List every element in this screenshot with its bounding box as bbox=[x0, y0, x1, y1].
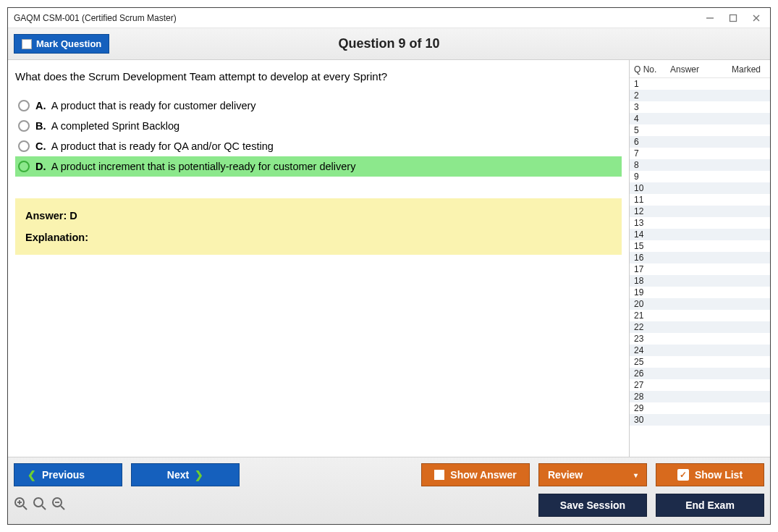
row-marked bbox=[727, 253, 766, 263]
previous-button[interactable]: ❮ Previous bbox=[14, 463, 122, 486]
row-marked bbox=[727, 206, 766, 216]
zoom-reset-icon[interactable] bbox=[33, 497, 47, 515]
question-list-row[interactable]: 12 bbox=[630, 206, 770, 217]
question-list-row[interactable]: 24 bbox=[630, 345, 770, 356]
row-marked bbox=[727, 114, 766, 124]
question-list[interactable]: 1234567891011121314151617181920212223242… bbox=[630, 78, 770, 457]
row-marked bbox=[727, 218, 766, 228]
row-qno: 20 bbox=[634, 299, 664, 309]
row-marked bbox=[727, 160, 766, 170]
row-marked bbox=[727, 79, 766, 89]
question-list-row[interactable]: 17 bbox=[630, 263, 770, 275]
row-marked bbox=[727, 241, 766, 251]
mark-question-button[interactable]: Mark Question bbox=[14, 34, 109, 54]
row-qno: 30 bbox=[634, 415, 664, 425]
zoom-controls bbox=[14, 497, 66, 515]
question-list-row[interactable]: 27 bbox=[630, 379, 770, 391]
row-marked bbox=[727, 380, 766, 390]
choice-row[interactable]: A. A product that is ready for customer … bbox=[15, 96, 622, 116]
question-list-header: Q No. Answer Marked bbox=[630, 60, 770, 78]
row-answer bbox=[664, 79, 727, 89]
row-answer bbox=[664, 299, 727, 309]
question-list-row[interactable]: 4 bbox=[630, 113, 770, 124]
review-button[interactable]: Review ▾ bbox=[538, 463, 647, 486]
row-marked bbox=[727, 229, 766, 240]
row-qno: 14 bbox=[634, 229, 664, 240]
radio-icon[interactable] bbox=[18, 140, 30, 152]
question-list-row[interactable]: 28 bbox=[630, 391, 770, 402]
question-list-row[interactable]: 16 bbox=[630, 252, 770, 263]
row-marked bbox=[727, 334, 766, 344]
row-qno: 28 bbox=[634, 392, 664, 402]
close-icon[interactable] bbox=[751, 13, 761, 23]
question-list-row[interactable]: 15 bbox=[630, 240, 770, 252]
choice-row[interactable]: B. A completed Sprint Backlog bbox=[15, 116, 622, 136]
question-list-row[interactable]: 30 bbox=[630, 414, 770, 426]
question-list-row[interactable]: 7 bbox=[630, 148, 770, 159]
question-list-row[interactable]: 21 bbox=[630, 310, 770, 321]
end-exam-button[interactable]: End Exam bbox=[656, 494, 764, 517]
question-list-row[interactable]: 9 bbox=[630, 171, 770, 182]
chevron-down-icon: ▾ bbox=[634, 471, 638, 479]
question-list-row[interactable]: 22 bbox=[630, 321, 770, 333]
chevron-left-icon: ❮ bbox=[28, 469, 36, 481]
choice-text: D. A product increment that is potential… bbox=[35, 161, 355, 172]
question-list-row[interactable]: 26 bbox=[630, 368, 770, 379]
main-area: What does the Scrum Development Team att… bbox=[8, 60, 770, 457]
row-marked bbox=[727, 392, 766, 402]
question-list-row[interactable]: 23 bbox=[630, 333, 770, 345]
row-answer bbox=[664, 206, 727, 216]
show-list-button[interactable]: ✓ Show List bbox=[656, 463, 764, 486]
minimize-icon[interactable] bbox=[705, 13, 715, 23]
question-list-row[interactable]: 11 bbox=[630, 194, 770, 206]
question-list-row[interactable]: 10 bbox=[630, 182, 770, 194]
row-qno: 12 bbox=[634, 206, 664, 216]
question-list-row[interactable]: 2 bbox=[630, 90, 770, 101]
row-qno: 8 bbox=[634, 160, 664, 170]
choice-row[interactable]: D. A product increment that is potential… bbox=[15, 156, 622, 177]
question-list-row[interactable]: 18 bbox=[630, 275, 770, 287]
question-list-row[interactable]: 25 bbox=[630, 356, 770, 368]
maximize-icon[interactable] bbox=[728, 13, 738, 23]
radio-icon[interactable] bbox=[18, 120, 30, 132]
choice-row[interactable]: C. A product that is ready for QA and/or… bbox=[15, 136, 622, 156]
question-list-row[interactable]: 20 bbox=[630, 298, 770, 310]
question-list-row[interactable]: 3 bbox=[630, 101, 770, 113]
col-marked-header: Marked bbox=[727, 64, 766, 75]
row-qno: 29 bbox=[634, 403, 664, 413]
question-text: What does the Scrum Development Team att… bbox=[15, 70, 622, 83]
question-list-row[interactable]: 14 bbox=[630, 229, 770, 240]
question-list-row[interactable]: 8 bbox=[630, 159, 770, 171]
checkbox-icon bbox=[22, 39, 32, 49]
row-marked bbox=[727, 148, 766, 159]
row-answer bbox=[664, 195, 727, 205]
zoom-out-icon[interactable] bbox=[51, 497, 66, 515]
question-list-row[interactable]: 19 bbox=[630, 287, 770, 298]
row-answer bbox=[664, 125, 727, 135]
question-list-row[interactable]: 29 bbox=[630, 402, 770, 414]
previous-label: Previous bbox=[42, 469, 85, 481]
row-answer bbox=[664, 334, 727, 344]
radio-icon[interactable] bbox=[18, 100, 30, 111]
question-list-row[interactable]: 13 bbox=[630, 217, 770, 229]
question-list-row[interactable]: 1 bbox=[630, 78, 770, 90]
row-marked bbox=[727, 403, 766, 413]
row-answer bbox=[664, 160, 727, 170]
row-qno: 1 bbox=[634, 79, 664, 89]
question-list-row[interactable]: 6 bbox=[630, 136, 770, 148]
show-answer-button[interactable]: Show Answer bbox=[421, 463, 530, 486]
zoom-in-icon[interactable] bbox=[14, 497, 28, 515]
row-qno: 10 bbox=[634, 183, 664, 193]
row-qno: 13 bbox=[634, 218, 664, 228]
next-button[interactable]: Next ❯ bbox=[131, 463, 240, 486]
radio-icon[interactable] bbox=[18, 161, 30, 172]
row-qno: 23 bbox=[634, 334, 664, 344]
show-answer-label: Show Answer bbox=[450, 469, 516, 481]
question-list-row[interactable]: 5 bbox=[630, 124, 770, 136]
save-session-button[interactable]: Save Session bbox=[538, 494, 647, 517]
row-marked bbox=[727, 322, 766, 332]
row-qno: 6 bbox=[634, 137, 664, 147]
svg-point-8 bbox=[34, 498, 43, 507]
window-controls bbox=[705, 13, 764, 23]
row-marked bbox=[727, 137, 766, 147]
